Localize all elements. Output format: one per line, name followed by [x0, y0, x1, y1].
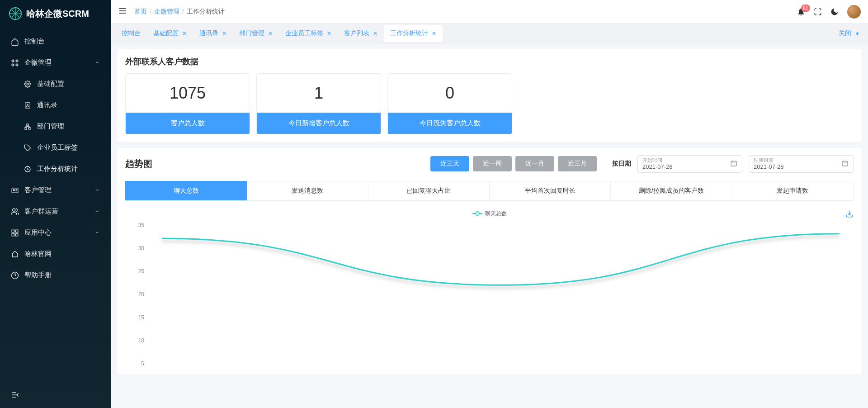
tab-label: 控制台 — [122, 29, 141, 38]
tab-contacts[interactable]: 通讯录 ✕ — [193, 25, 233, 42]
stat-card-lost: 0 今日流失客户总人数 — [387, 73, 512, 134]
calendar-icon — [730, 160, 737, 168]
range-3m-button[interactable]: 近三月 — [558, 156, 597, 171]
stat-value: 1 — [257, 74, 381, 113]
tab-dept[interactable]: 部门管理 ✕ — [233, 25, 279, 42]
tab-work-stats[interactable]: 工作分析统计 ✕ — [384, 25, 443, 42]
start-date-value: 2021-07-26 — [642, 163, 673, 171]
brand-logo-icon — [9, 7, 22, 20]
svg-rect-9 — [25, 128, 27, 129]
customer-stats-card: 外部联系人客户数据 1075 客户总人数 1 今日新增客户总人数 0 今日流失客… — [117, 49, 862, 142]
svg-point-4 — [12, 64, 14, 66]
sidebar-item-label: 基础配置 — [37, 80, 64, 88]
tab-customer-list[interactable]: 客户列表 ✕ — [338, 25, 384, 42]
start-date-input[interactable]: 开始时间 2021-07-26 — [637, 155, 742, 173]
fullscreen-button[interactable] — [814, 8, 822, 16]
trend-card: 趋势图 近三天 近一周 近一月 近三月 按日期 开始时间 2021-07-26 — [117, 148, 862, 374]
tab-label: 工作分析统计 — [390, 29, 428, 38]
home-icon — [11, 38, 19, 46]
home-alt-icon — [11, 250, 19, 258]
tag-icon — [24, 144, 32, 152]
sidebar-item-console[interactable]: 控制台 — [0, 31, 111, 52]
breadcrumb-mid[interactable]: 企微管理 — [154, 8, 179, 16]
close-icon[interactable]: ✕ — [222, 30, 226, 37]
svg-rect-8 — [27, 124, 28, 126]
chart-tab-chat-total[interactable]: 聊天总数 — [125, 181, 247, 200]
sidebar-item-staff-tags[interactable]: 企业员工标签 — [0, 137, 111, 158]
sidebar-item-label: 客户管理 — [24, 186, 52, 195]
tab-label: 企业员工标签 — [285, 29, 323, 38]
svg-rect-17 — [16, 230, 18, 232]
sidebar-item-label: 企业员工标签 — [37, 143, 78, 152]
caret-down-icon[interactable]: ▾ — [856, 30, 859, 37]
avatar[interactable] — [847, 5, 861, 19]
clock-icon — [24, 166, 32, 173]
range-1w-button[interactable]: 近一周 — [473, 156, 512, 171]
stat-label: 今日流失客户总人数 — [388, 113, 512, 134]
sidebar-menu: 控制台 企微管理 基础配置 通讯录 部门管理 企业员工标签 — [0, 27, 111, 383]
svg-point-1 — [12, 60, 14, 62]
sidebar-item-basic-config[interactable]: 基础配置 — [0, 73, 111, 95]
brand-name: 哈林企微SCRM — [26, 8, 89, 20]
svg-rect-19 — [12, 233, 14, 236]
tab-staff-tags[interactable]: 企业员工标签 ✕ — [279, 25, 338, 42]
chart-tab-replied-pct[interactable]: 已回复聊天占比 — [368, 181, 490, 200]
section-title: 外部联系人客户数据 — [125, 56, 854, 67]
end-date-input[interactable]: 结束时间 2021-07-28 — [749, 155, 854, 173]
sidebar-item-label: 客户群运营 — [24, 207, 58, 216]
notifications-button[interactable]: 61 — [797, 7, 806, 16]
tab-basic-config[interactable]: 基础配置 ✕ — [147, 25, 193, 42]
sidebar-item-contacts[interactable]: 通讯录 — [0, 95, 111, 116]
breadcrumb-separator: / — [150, 8, 151, 15]
sidebar-item-app-center[interactable]: 应用中心 — [0, 222, 111, 243]
sidebar-item-customer-mgmt[interactable]: 客户管理 — [0, 180, 111, 201]
y-tick: 20 — [138, 291, 144, 298]
svg-rect-13 — [12, 188, 18, 193]
y-tick: 25 — [138, 268, 144, 275]
sidebar-item-help[interactable]: 帮助手册 — [0, 265, 111, 286]
sidebar-item-label: 部门管理 — [37, 122, 64, 131]
sidebar-item-label: 哈林官网 — [24, 250, 52, 258]
stat-value: 1075 — [126, 74, 250, 113]
hamburger-icon[interactable] — [118, 6, 127, 17]
chart-tab-apply[interactable]: 发起申请数 — [732, 181, 854, 200]
chart-tab-removed[interactable]: 删除/拉黑成员的客户数 — [611, 181, 732, 200]
close-icon[interactable]: ✕ — [268, 30, 273, 37]
nodes-icon — [11, 59, 19, 67]
range-1m-button[interactable]: 近一月 — [515, 156, 554, 171]
collapse-sidebar-button[interactable] — [11, 394, 20, 401]
sidebar-item-official-site[interactable]: 哈林官网 — [0, 243, 111, 265]
close-icon[interactable]: ✕ — [182, 30, 187, 37]
chart-tab-sent[interactable]: 发送消息数 — [247, 181, 368, 200]
chevron-down-icon — [94, 186, 100, 194]
sidebar-item-dept-mgmt[interactable]: 部门管理 — [0, 116, 111, 137]
sidebar-item-group-ops[interactable]: 客户群运营 — [0, 201, 111, 222]
y-tick: 10 — [138, 337, 144, 344]
calendar-icon — [841, 160, 849, 168]
download-icon[interactable] — [845, 210, 854, 219]
sidebar-item-label: 控制台 — [24, 37, 45, 46]
breadcrumb-home[interactable]: 首页 — [134, 8, 147, 16]
chevron-down-icon — [94, 229, 100, 237]
dark-mode-button[interactable] — [830, 7, 839, 16]
users-icon — [11, 208, 19, 216]
range-3d-button[interactable]: 近三天 — [430, 156, 469, 171]
svg-rect-28 — [731, 161, 736, 166]
sidebar-item-wechat-mgmt[interactable]: 企微管理 — [0, 52, 111, 73]
tab-console[interactable]: 控制台 — [115, 25, 147, 42]
breadcrumb-separator: / — [182, 8, 184, 15]
svg-point-2 — [16, 64, 18, 66]
svg-rect-18 — [16, 233, 18, 236]
end-date-value: 2021-07-28 — [754, 163, 784, 171]
sidebar: 哈林企微SCRM 控制台 企微管理 基础配置 通讯录 部门管理 — [0, 0, 111, 408]
chevron-up-icon — [94, 59, 100, 66]
tab-label: 基础配置 — [153, 29, 179, 38]
svg-point-3 — [16, 60, 18, 62]
close-icon[interactable]: ✕ — [327, 30, 331, 37]
close-icon[interactable]: ✕ — [373, 30, 377, 37]
sidebar-item-work-stats[interactable]: 工作分析统计 — [0, 158, 111, 180]
close-icon[interactable]: ✕ — [432, 30, 436, 37]
chart-tab-first-reply[interactable]: 平均首次回复时长 — [490, 181, 611, 200]
close-tabs-link[interactable]: 关闭 — [839, 29, 851, 38]
breadcrumb-current: 工作分析统计 — [187, 8, 225, 16]
